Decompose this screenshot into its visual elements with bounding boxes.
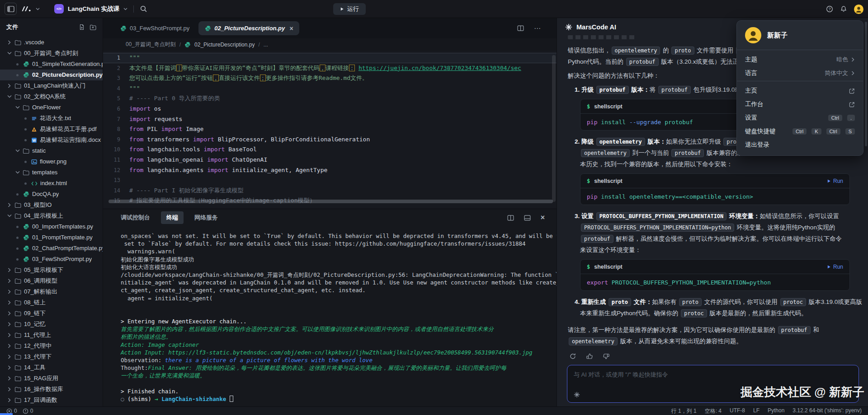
new-folder-icon[interactable] <box>90 24 96 30</box>
new-file-icon[interactable] <box>79 24 85 30</box>
sidebar-toggle-button[interactable] <box>5 3 17 15</box>
menu-item-主页[interactable]: 主页 <box>737 84 863 98</box>
tree-item-folder[interactable]: .vscode <box>0 37 103 48</box>
status-item[interactable]: 3.12.2 64-bit ('shims': pyenv) <box>793 407 862 415</box>
tree-item-folder[interactable]: static <box>0 145 103 156</box>
tree-item-folder[interactable]: 00_开篇词_奇点时刻 <box>0 48 103 59</box>
terminal-output[interactable]: on_spaces` was not set. It will be set t… <box>103 226 557 403</box>
menu-item-工作台[interactable]: 工作台 <box>737 98 863 111</box>
tree-item-folder[interactable]: 07_解析输出 <box>0 286 103 297</box>
menu-item-退出登录[interactable]: 退出登录 <box>737 138 863 152</box>
chevron-down-icon[interactable] <box>123 8 127 10</box>
tree-item-folder[interactable]: 12_代理中 <box>0 340 103 351</box>
menu-item-键盘快捷键[interactable]: 键盘快捷键CtrlKCtrlS <box>737 125 863 138</box>
menu-item-语言[interactable]: 语言简体中文 <box>737 66 863 80</box>
panel-tab[interactable]: 调试控制台 <box>121 214 150 222</box>
folder-icon <box>14 376 21 382</box>
horizontal-scrollbar[interactable] <box>108 200 553 203</box>
help-icon[interactable]: ? <box>826 5 833 13</box>
tree-item-folder[interactable]: 04_提示模板上 <box>0 210 103 221</box>
tree-item-folder[interactable]: 15_RAG应用 <box>0 373 103 384</box>
tree-item-file[interactable]: 01_SimpleTextGeneration.py <box>0 59 103 70</box>
menu-item-设置[interactable]: 设置Ctrl. <box>737 111 863 125</box>
panel-tab[interactable]: 网络服务 <box>194 214 218 222</box>
tree-item-file[interactable]: 花语大全.txt <box>0 113 103 124</box>
status-item[interactable]: UTF-8 <box>730 407 745 415</box>
split-editor-icon[interactable] <box>517 24 524 33</box>
tree-item-folder[interactable]: 17_回调函数 <box>0 395 103 406</box>
tree-item-file[interactable]: W易速鲜花运营指南.docx <box>0 135 103 145</box>
tree-item-folder[interactable]: 10_记忆 <box>0 319 103 330</box>
tree-item-file[interactable]: flower.png <box>0 156 103 167</box>
editor-tab[interactable]: 02_PictureDescription.py× <box>198 21 299 35</box>
top-bar: </> LangChain 实战课 运行 ? <box>0 0 868 18</box>
menu-item-label: 主题 <box>745 56 757 64</box>
bell-icon[interactable] <box>840 5 847 13</box>
regenerate-icon[interactable] <box>568 351 578 361</box>
marscode-logo-icon[interactable] <box>21 5 32 12</box>
code-line: 11from langchain_openai import ChatOpenA… <box>103 155 557 165</box>
menu-item-主题[interactable]: 主题暗色 <box>737 53 863 66</box>
tree-item-file[interactable]: index.html <box>0 178 103 189</box>
status-item[interactable]: LF <box>753 407 760 415</box>
tree-item-folder[interactable]: 05_提示模板下 <box>0 265 103 275</box>
split-panel-icon[interactable] <box>507 215 514 221</box>
tree-item-file[interactable]: 易速鲜花员工手册.pdf <box>0 124 103 135</box>
tree-item-folder[interactable]: 16_操作数据库 <box>0 384 103 395</box>
tree-item-file[interactable]: 01_PromptTemplate.py <box>0 232 103 243</box>
tree-item-label: 12_代理中 <box>24 340 52 351</box>
status-item[interactable]: 行 1，列 1 <box>671 407 697 415</box>
tree-item-folder[interactable]: 03_模型IO <box>0 200 103 210</box>
more-actions-icon[interactable]: ⋯ <box>534 24 541 33</box>
close-tab-icon[interactable]: × <box>289 25 293 32</box>
warnings-indicator[interactable]: 0 <box>23 408 33 414</box>
user-avatar[interactable] <box>854 5 863 14</box>
keyboard-shortcut-key: Ctrl <box>828 115 842 121</box>
tree-item-folder[interactable]: 13_代理下 <box>0 351 103 362</box>
chevron-right-icon <box>7 333 12 337</box>
panel-layout-icon[interactable] <box>524 215 531 221</box>
tree-item-file[interactable]: 00_ImportTemplates.py <box>0 221 103 232</box>
run-code-button[interactable]: Run <box>827 264 843 270</box>
chevron-right-icon <box>7 84 12 88</box>
tree-item-folder[interactable]: 01_LangChain快速入门 <box>0 80 103 91</box>
vertical-scrollbar[interactable] <box>552 55 556 202</box>
external-link-icon <box>849 88 855 94</box>
tree-item-folder[interactable]: templates <box>0 167 103 178</box>
tree-item-folder[interactable]: 02_文档QA系统 <box>0 91 103 102</box>
tree-item-file[interactable]: 03_FewShotPrompt.py <box>0 254 103 265</box>
tree-item-folder[interactable]: 08_链上 <box>0 297 103 308</box>
status-item[interactable]: 空格: 4 <box>705 407 722 415</box>
search-icon[interactable] <box>140 5 147 13</box>
thumbs-down-icon[interactable] <box>601 351 611 361</box>
quick-command-icon[interactable] <box>574 392 580 398</box>
tree-item-folder[interactable]: 09_链下 <box>0 308 103 319</box>
tree-item-folder[interactable]: 11_代理上 <box>0 330 103 340</box>
panel-tab[interactable]: 终端 <box>161 211 184 224</box>
project-name[interactable]: LangChain 实战课 <box>68 5 119 13</box>
breadcrumb-item[interactable]: ... <box>264 42 268 48</box>
tree-item-folder[interactable]: 14_工具 <box>0 362 103 373</box>
tree-item-file[interactable]: DocQA.py <box>0 189 103 200</box>
editor-tab[interactable]: 03_FewShotPrompt.py <box>114 21 196 35</box>
python-file-icon <box>23 72 29 78</box>
breadcrumb[interactable]: 00_开篇词_奇点时刻/02_PictureDescription.py/... <box>103 38 557 51</box>
tree-item-file[interactable]: 02_ChatPromptTemplate.py <box>0 243 103 254</box>
breadcrumb-item[interactable]: 02_PictureDescription.py <box>194 42 255 48</box>
tree-item-folder[interactable]: OneFlower <box>0 102 103 113</box>
chevron-down-icon[interactable] <box>36 8 40 10</box>
thumbs-up-icon[interactable] <box>585 351 594 361</box>
run-button[interactable]: 运行 <box>333 3 366 15</box>
status-item[interactable]: Python <box>768 407 784 415</box>
breadcrumb-item[interactable]: 00_开篇词_奇点时刻 <box>126 41 176 48</box>
python-file-icon <box>23 234 29 241</box>
user-menu: 新新子 主题暗色语言简体中文主页工作台设置Ctrl.键盘快捷键CtrlKCtrl… <box>736 20 863 156</box>
close-panel-icon[interactable]: × <box>541 214 545 222</box>
run-code-button[interactable]: Run <box>827 178 843 184</box>
code-editor[interactable]: 1"""2本文件是【开篇词｜带你亲证AI应用开发的“奇点”时刻】章节的配套代码，… <box>103 51 557 209</box>
chevron-right-icon <box>7 289 12 294</box>
ai-text-line: 3. 设置 PROTOCOL_BUFFERS_PYTHON_IMPLEMENTA… <box>568 210 868 222</box>
ai-panel-scrollbar[interactable] <box>865 22 867 146</box>
tree-item-folder[interactable]: 06_调用模型 <box>0 275 103 286</box>
tree-item-file[interactable]: 02_PictureDescription.py <box>0 70 103 80</box>
